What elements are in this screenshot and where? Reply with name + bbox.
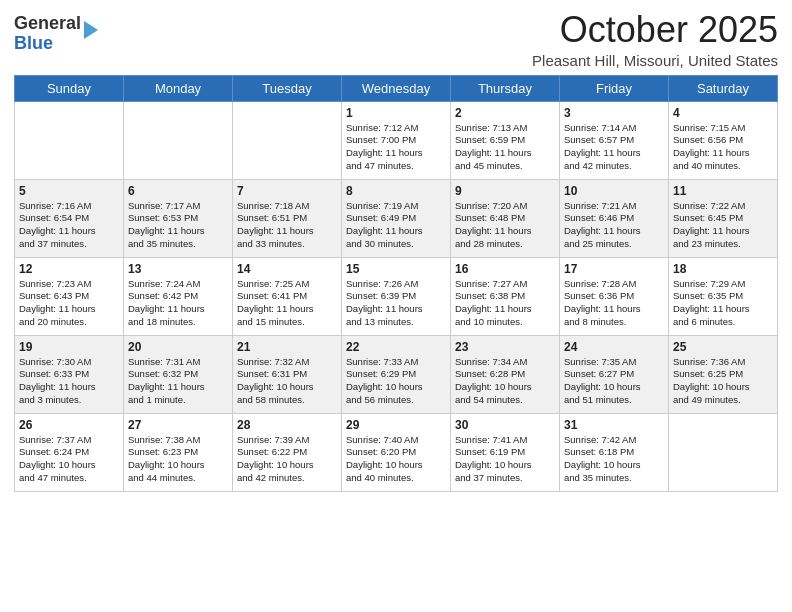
day-info: Sunrise: 7:16 AM Sunset: 6:54 PM Dayligh…	[19, 200, 119, 251]
calendar-day: 7Sunrise: 7:18 AM Sunset: 6:51 PM Daylig…	[233, 179, 342, 257]
day-info: Sunrise: 7:28 AM Sunset: 6:36 PM Dayligh…	[564, 278, 664, 329]
col-wednesday: Wednesday	[342, 75, 451, 101]
day-number: 21	[237, 340, 337, 354]
day-number: 1	[346, 106, 446, 120]
calendar-day	[15, 101, 124, 179]
day-info: Sunrise: 7:26 AM Sunset: 6:39 PM Dayligh…	[346, 278, 446, 329]
page: General Blue October 2025 Pleasant Hill,…	[0, 0, 792, 612]
logo-text-area: General Blue	[14, 14, 98, 54]
day-info: Sunrise: 7:19 AM Sunset: 6:49 PM Dayligh…	[346, 200, 446, 251]
day-info: Sunrise: 7:23 AM Sunset: 6:43 PM Dayligh…	[19, 278, 119, 329]
day-info: Sunrise: 7:40 AM Sunset: 6:20 PM Dayligh…	[346, 434, 446, 485]
day-info: Sunrise: 7:18 AM Sunset: 6:51 PM Dayligh…	[237, 200, 337, 251]
day-info: Sunrise: 7:36 AM Sunset: 6:25 PM Dayligh…	[673, 356, 773, 407]
calendar-day	[233, 101, 342, 179]
calendar-day: 21Sunrise: 7:32 AM Sunset: 6:31 PM Dayli…	[233, 335, 342, 413]
day-info: Sunrise: 7:13 AM Sunset: 6:59 PM Dayligh…	[455, 122, 555, 173]
calendar-day: 17Sunrise: 7:28 AM Sunset: 6:36 PM Dayli…	[560, 257, 669, 335]
calendar-day: 13Sunrise: 7:24 AM Sunset: 6:42 PM Dayli…	[124, 257, 233, 335]
day-info: Sunrise: 7:42 AM Sunset: 6:18 PM Dayligh…	[564, 434, 664, 485]
day-info: Sunrise: 7:39 AM Sunset: 6:22 PM Dayligh…	[237, 434, 337, 485]
calendar-day: 4Sunrise: 7:15 AM Sunset: 6:56 PM Daylig…	[669, 101, 778, 179]
day-info: Sunrise: 7:17 AM Sunset: 6:53 PM Dayligh…	[128, 200, 228, 251]
calendar-day: 8Sunrise: 7:19 AM Sunset: 6:49 PM Daylig…	[342, 179, 451, 257]
col-friday: Friday	[560, 75, 669, 101]
calendar-week-4: 19Sunrise: 7:30 AM Sunset: 6:33 PM Dayli…	[15, 335, 778, 413]
calendar-day	[669, 413, 778, 491]
calendar-day: 23Sunrise: 7:34 AM Sunset: 6:28 PM Dayli…	[451, 335, 560, 413]
day-number: 15	[346, 262, 446, 276]
calendar-day: 28Sunrise: 7:39 AM Sunset: 6:22 PM Dayli…	[233, 413, 342, 491]
calendar-day: 3Sunrise: 7:14 AM Sunset: 6:57 PM Daylig…	[560, 101, 669, 179]
day-number: 11	[673, 184, 773, 198]
calendar-day: 29Sunrise: 7:40 AM Sunset: 6:20 PM Dayli…	[342, 413, 451, 491]
day-number: 14	[237, 262, 337, 276]
day-info: Sunrise: 7:12 AM Sunset: 7:00 PM Dayligh…	[346, 122, 446, 173]
header: General Blue October 2025 Pleasant Hill,…	[14, 10, 778, 69]
calendar-day: 25Sunrise: 7:36 AM Sunset: 6:25 PM Dayli…	[669, 335, 778, 413]
day-info: Sunrise: 7:20 AM Sunset: 6:48 PM Dayligh…	[455, 200, 555, 251]
col-saturday: Saturday	[669, 75, 778, 101]
col-tuesday: Tuesday	[233, 75, 342, 101]
day-number: 26	[19, 418, 119, 432]
calendar-day: 24Sunrise: 7:35 AM Sunset: 6:27 PM Dayli…	[560, 335, 669, 413]
day-number: 5	[19, 184, 119, 198]
calendar-day: 5Sunrise: 7:16 AM Sunset: 6:54 PM Daylig…	[15, 179, 124, 257]
day-number: 17	[564, 262, 664, 276]
day-number: 27	[128, 418, 228, 432]
day-info: Sunrise: 7:30 AM Sunset: 6:33 PM Dayligh…	[19, 356, 119, 407]
day-number: 3	[564, 106, 664, 120]
calendar-day: 9Sunrise: 7:20 AM Sunset: 6:48 PM Daylig…	[451, 179, 560, 257]
day-number: 29	[346, 418, 446, 432]
day-number: 8	[346, 184, 446, 198]
day-info: Sunrise: 7:24 AM Sunset: 6:42 PM Dayligh…	[128, 278, 228, 329]
col-monday: Monday	[124, 75, 233, 101]
day-number: 16	[455, 262, 555, 276]
day-number: 4	[673, 106, 773, 120]
day-info: Sunrise: 7:37 AM Sunset: 6:24 PM Dayligh…	[19, 434, 119, 485]
calendar-day: 18Sunrise: 7:29 AM Sunset: 6:35 PM Dayli…	[669, 257, 778, 335]
day-number: 9	[455, 184, 555, 198]
day-info: Sunrise: 7:21 AM Sunset: 6:46 PM Dayligh…	[564, 200, 664, 251]
day-info: Sunrise: 7:41 AM Sunset: 6:19 PM Dayligh…	[455, 434, 555, 485]
calendar-day: 16Sunrise: 7:27 AM Sunset: 6:38 PM Dayli…	[451, 257, 560, 335]
calendar-day: 11Sunrise: 7:22 AM Sunset: 6:45 PM Dayli…	[669, 179, 778, 257]
calendar-day: 26Sunrise: 7:37 AM Sunset: 6:24 PM Dayli…	[15, 413, 124, 491]
day-info: Sunrise: 7:38 AM Sunset: 6:23 PM Dayligh…	[128, 434, 228, 485]
day-info: Sunrise: 7:22 AM Sunset: 6:45 PM Dayligh…	[673, 200, 773, 251]
day-number: 22	[346, 340, 446, 354]
day-number: 25	[673, 340, 773, 354]
calendar-header-row: Sunday Monday Tuesday Wednesday Thursday…	[15, 75, 778, 101]
col-sunday: Sunday	[15, 75, 124, 101]
day-number: 23	[455, 340, 555, 354]
location: Pleasant Hill, Missouri, United States	[532, 52, 778, 69]
day-info: Sunrise: 7:14 AM Sunset: 6:57 PM Dayligh…	[564, 122, 664, 173]
day-info: Sunrise: 7:35 AM Sunset: 6:27 PM Dayligh…	[564, 356, 664, 407]
day-info: Sunrise: 7:33 AM Sunset: 6:29 PM Dayligh…	[346, 356, 446, 407]
calendar-week-2: 5Sunrise: 7:16 AM Sunset: 6:54 PM Daylig…	[15, 179, 778, 257]
day-number: 7	[237, 184, 337, 198]
day-number: 2	[455, 106, 555, 120]
calendar-week-5: 26Sunrise: 7:37 AM Sunset: 6:24 PM Dayli…	[15, 413, 778, 491]
day-info: Sunrise: 7:34 AM Sunset: 6:28 PM Dayligh…	[455, 356, 555, 407]
logo: General Blue	[14, 14, 98, 54]
calendar-day: 19Sunrise: 7:30 AM Sunset: 6:33 PM Dayli…	[15, 335, 124, 413]
calendar-day: 30Sunrise: 7:41 AM Sunset: 6:19 PM Dayli…	[451, 413, 560, 491]
day-number: 6	[128, 184, 228, 198]
calendar-day: 20Sunrise: 7:31 AM Sunset: 6:32 PM Dayli…	[124, 335, 233, 413]
day-info: Sunrise: 7:32 AM Sunset: 6:31 PM Dayligh…	[237, 356, 337, 407]
calendar-day: 31Sunrise: 7:42 AM Sunset: 6:18 PM Dayli…	[560, 413, 669, 491]
calendar-day: 10Sunrise: 7:21 AM Sunset: 6:46 PM Dayli…	[560, 179, 669, 257]
day-number: 19	[19, 340, 119, 354]
calendar-day: 14Sunrise: 7:25 AM Sunset: 6:41 PM Dayli…	[233, 257, 342, 335]
calendar-day: 1Sunrise: 7:12 AM Sunset: 7:00 PM Daylig…	[342, 101, 451, 179]
calendar-day	[124, 101, 233, 179]
day-number: 20	[128, 340, 228, 354]
calendar-day: 27Sunrise: 7:38 AM Sunset: 6:23 PM Dayli…	[124, 413, 233, 491]
calendar-day: 12Sunrise: 7:23 AM Sunset: 6:43 PM Dayli…	[15, 257, 124, 335]
day-number: 31	[564, 418, 664, 432]
day-number: 24	[564, 340, 664, 354]
logo-general: General Blue	[14, 14, 81, 54]
day-info: Sunrise: 7:25 AM Sunset: 6:41 PM Dayligh…	[237, 278, 337, 329]
calendar-day: 2Sunrise: 7:13 AM Sunset: 6:59 PM Daylig…	[451, 101, 560, 179]
